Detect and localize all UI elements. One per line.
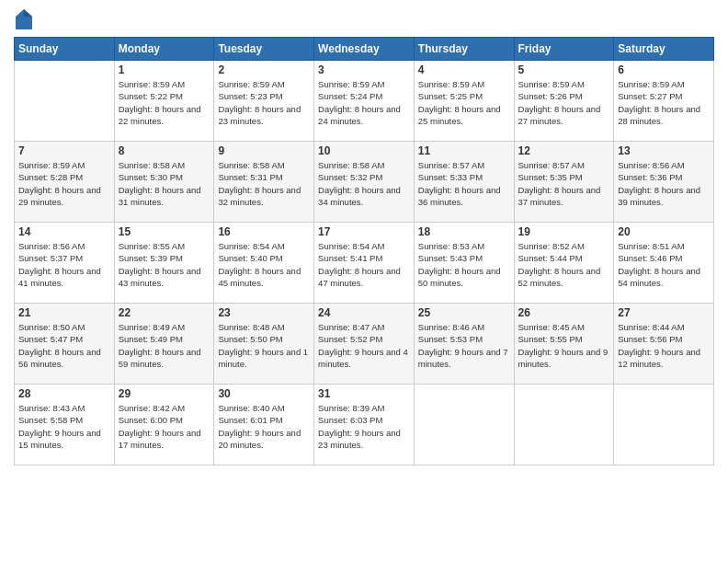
day-info: Sunrise: 8:58 AMSunset: 5:31 PMDaylight:… bbox=[218, 159, 310, 208]
day-number: 4 bbox=[418, 63, 510, 76]
day-number: 18 bbox=[418, 225, 510, 238]
logo bbox=[14, 9, 32, 29]
day-number: 29 bbox=[119, 387, 210, 400]
logo-icon bbox=[16, 9, 32, 29]
calendar-cell: 12Sunrise: 8:57 AMSunset: 5:35 PMDayligh… bbox=[514, 142, 614, 223]
day-number: 9 bbox=[218, 144, 310, 157]
day-info: Sunrise: 8:59 AMSunset: 5:28 PMDaylight:… bbox=[18, 159, 110, 208]
day-info: Sunrise: 8:59 AMSunset: 5:25 PMDaylight:… bbox=[418, 78, 510, 127]
calendar-header-friday: Friday bbox=[514, 38, 614, 61]
calendar-cell: 11Sunrise: 8:57 AMSunset: 5:33 PMDayligh… bbox=[414, 142, 514, 223]
calendar-cell: 27Sunrise: 8:44 AMSunset: 5:56 PMDayligh… bbox=[614, 304, 714, 385]
calendar-cell bbox=[514, 385, 614, 465]
calendar-week-row: 1Sunrise: 8:59 AMSunset: 5:22 PMDaylight… bbox=[15, 61, 714, 142]
calendar-cell: 10Sunrise: 8:58 AMSunset: 5:32 PMDayligh… bbox=[314, 142, 415, 223]
day-info: Sunrise: 8:58 AMSunset: 5:30 PMDaylight:… bbox=[119, 159, 210, 208]
calendar-cell: 6Sunrise: 8:59 AMSunset: 5:27 PMDaylight… bbox=[614, 61, 714, 142]
calendar-week-row: 7Sunrise: 8:59 AMSunset: 5:28 PMDaylight… bbox=[15, 142, 714, 223]
day-info: Sunrise: 8:59 AMSunset: 5:23 PMDaylight:… bbox=[218, 78, 310, 127]
calendar-cell: 7Sunrise: 8:59 AMSunset: 5:28 PMDaylight… bbox=[15, 142, 115, 223]
calendar-cell: 22Sunrise: 8:49 AMSunset: 5:49 PMDayligh… bbox=[114, 304, 214, 385]
day-number: 22 bbox=[119, 306, 210, 319]
day-number: 10 bbox=[318, 144, 410, 157]
day-number: 28 bbox=[18, 387, 110, 400]
calendar-cell: 9Sunrise: 8:58 AMSunset: 5:31 PMDaylight… bbox=[214, 142, 314, 223]
day-number: 3 bbox=[318, 63, 410, 76]
calendar-header-monday: Monday bbox=[114, 38, 214, 61]
calendar-header-sunday: Sunday bbox=[15, 38, 115, 61]
day-info: Sunrise: 8:48 AMSunset: 5:50 PMDaylight:… bbox=[218, 321, 310, 370]
day-number: 8 bbox=[119, 144, 210, 157]
day-info: Sunrise: 8:59 AMSunset: 5:27 PMDaylight:… bbox=[618, 78, 710, 127]
calendar-week-row: 14Sunrise: 8:56 AMSunset: 5:37 PMDayligh… bbox=[15, 223, 714, 304]
day-info: Sunrise: 8:51 AMSunset: 5:46 PMDaylight:… bbox=[618, 240, 710, 289]
day-number: 17 bbox=[318, 225, 410, 238]
calendar-cell: 2Sunrise: 8:59 AMSunset: 5:23 PMDaylight… bbox=[214, 61, 314, 142]
day-number: 30 bbox=[218, 387, 310, 400]
calendar-cell: 14Sunrise: 8:56 AMSunset: 5:37 PMDayligh… bbox=[15, 223, 115, 304]
day-number: 21 bbox=[18, 306, 110, 319]
calendar-cell: 17Sunrise: 8:54 AMSunset: 5:41 PMDayligh… bbox=[314, 223, 415, 304]
day-info: Sunrise: 8:57 AMSunset: 5:35 PMDaylight:… bbox=[518, 159, 610, 208]
day-number: 1 bbox=[119, 63, 210, 76]
day-number: 20 bbox=[618, 225, 710, 238]
day-info: Sunrise: 8:59 AMSunset: 5:24 PMDaylight:… bbox=[318, 78, 410, 127]
day-info: Sunrise: 8:54 AMSunset: 5:41 PMDaylight:… bbox=[318, 240, 410, 289]
calendar-cell: 31Sunrise: 8:39 AMSunset: 6:03 PMDayligh… bbox=[314, 385, 415, 465]
day-info: Sunrise: 8:54 AMSunset: 5:40 PMDaylight:… bbox=[218, 240, 310, 289]
day-info: Sunrise: 8:53 AMSunset: 5:43 PMDaylight:… bbox=[418, 240, 510, 289]
calendar-cell: 15Sunrise: 8:55 AMSunset: 5:39 PMDayligh… bbox=[114, 223, 214, 304]
day-info: Sunrise: 8:56 AMSunset: 5:36 PMDaylight:… bbox=[618, 159, 710, 208]
day-info: Sunrise: 8:43 AMSunset: 5:58 PMDaylight:… bbox=[18, 402, 110, 451]
calendar-cell: 23Sunrise: 8:48 AMSunset: 5:50 PMDayligh… bbox=[214, 304, 314, 385]
day-number: 12 bbox=[518, 144, 610, 157]
day-info: Sunrise: 8:58 AMSunset: 5:32 PMDaylight:… bbox=[318, 159, 410, 208]
calendar-cell: 26Sunrise: 8:45 AMSunset: 5:55 PMDayligh… bbox=[514, 304, 614, 385]
calendar-cell: 4Sunrise: 8:59 AMSunset: 5:25 PMDaylight… bbox=[414, 61, 514, 142]
calendar-header-row: SundayMondayTuesdayWednesdayThursdayFrid… bbox=[15, 38, 714, 61]
calendar-cell: 28Sunrise: 8:43 AMSunset: 5:58 PMDayligh… bbox=[15, 385, 115, 465]
calendar: SundayMondayTuesdayWednesdayThursdayFrid… bbox=[14, 37, 714, 465]
day-info: Sunrise: 8:42 AMSunset: 6:00 PMDaylight:… bbox=[119, 402, 210, 451]
calendar-cell: 13Sunrise: 8:56 AMSunset: 5:36 PMDayligh… bbox=[614, 142, 714, 223]
calendar-cell: 21Sunrise: 8:50 AMSunset: 5:47 PMDayligh… bbox=[15, 304, 115, 385]
day-info: Sunrise: 8:46 AMSunset: 5:53 PMDaylight:… bbox=[418, 321, 510, 370]
calendar-week-row: 28Sunrise: 8:43 AMSunset: 5:58 PMDayligh… bbox=[15, 385, 714, 465]
day-number: 27 bbox=[618, 306, 710, 319]
calendar-cell: 25Sunrise: 8:46 AMSunset: 5:53 PMDayligh… bbox=[414, 304, 514, 385]
day-info: Sunrise: 8:59 AMSunset: 5:22 PMDaylight:… bbox=[119, 78, 210, 127]
day-number: 2 bbox=[218, 63, 310, 76]
day-info: Sunrise: 8:52 AMSunset: 5:44 PMDaylight:… bbox=[518, 240, 610, 289]
calendar-cell: 8Sunrise: 8:58 AMSunset: 5:30 PMDaylight… bbox=[114, 142, 214, 223]
calendar-header-thursday: Thursday bbox=[414, 38, 514, 61]
calendar-cell: 30Sunrise: 8:40 AMSunset: 6:01 PMDayligh… bbox=[214, 385, 314, 465]
day-info: Sunrise: 8:57 AMSunset: 5:33 PMDaylight:… bbox=[418, 159, 510, 208]
calendar-week-row: 21Sunrise: 8:50 AMSunset: 5:47 PMDayligh… bbox=[15, 304, 714, 385]
day-number: 26 bbox=[518, 306, 610, 319]
calendar-cell: 19Sunrise: 8:52 AMSunset: 5:44 PMDayligh… bbox=[514, 223, 614, 304]
day-number: 5 bbox=[518, 63, 610, 76]
day-number: 14 bbox=[18, 225, 110, 238]
calendar-cell bbox=[15, 61, 115, 142]
calendar-header-wednesday: Wednesday bbox=[314, 38, 415, 61]
day-number: 23 bbox=[218, 306, 310, 319]
day-info: Sunrise: 8:49 AMSunset: 5:49 PMDaylight:… bbox=[119, 321, 210, 370]
page: SundayMondayTuesdayWednesdayThursdayFrid… bbox=[0, 0, 728, 563]
calendar-header-saturday: Saturday bbox=[614, 38, 714, 61]
day-info: Sunrise: 8:55 AMSunset: 5:39 PMDaylight:… bbox=[119, 240, 210, 289]
header bbox=[14, 9, 714, 29]
calendar-cell: 24Sunrise: 8:47 AMSunset: 5:52 PMDayligh… bbox=[314, 304, 415, 385]
day-info: Sunrise: 8:59 AMSunset: 5:26 PMDaylight:… bbox=[518, 78, 610, 127]
day-info: Sunrise: 8:39 AMSunset: 6:03 PMDaylight:… bbox=[318, 402, 410, 451]
calendar-cell: 1Sunrise: 8:59 AMSunset: 5:22 PMDaylight… bbox=[114, 61, 214, 142]
calendar-cell: 29Sunrise: 8:42 AMSunset: 6:00 PMDayligh… bbox=[114, 385, 214, 465]
day-number: 6 bbox=[618, 63, 710, 76]
calendar-cell: 18Sunrise: 8:53 AMSunset: 5:43 PMDayligh… bbox=[414, 223, 514, 304]
day-number: 11 bbox=[418, 144, 510, 157]
day-number: 16 bbox=[218, 225, 310, 238]
day-info: Sunrise: 8:50 AMSunset: 5:47 PMDaylight:… bbox=[18, 321, 110, 370]
day-number: 15 bbox=[119, 225, 210, 238]
calendar-header-tuesday: Tuesday bbox=[214, 38, 314, 61]
day-info: Sunrise: 8:47 AMSunset: 5:52 PMDaylight:… bbox=[318, 321, 410, 370]
day-info: Sunrise: 8:45 AMSunset: 5:55 PMDaylight:… bbox=[518, 321, 610, 370]
